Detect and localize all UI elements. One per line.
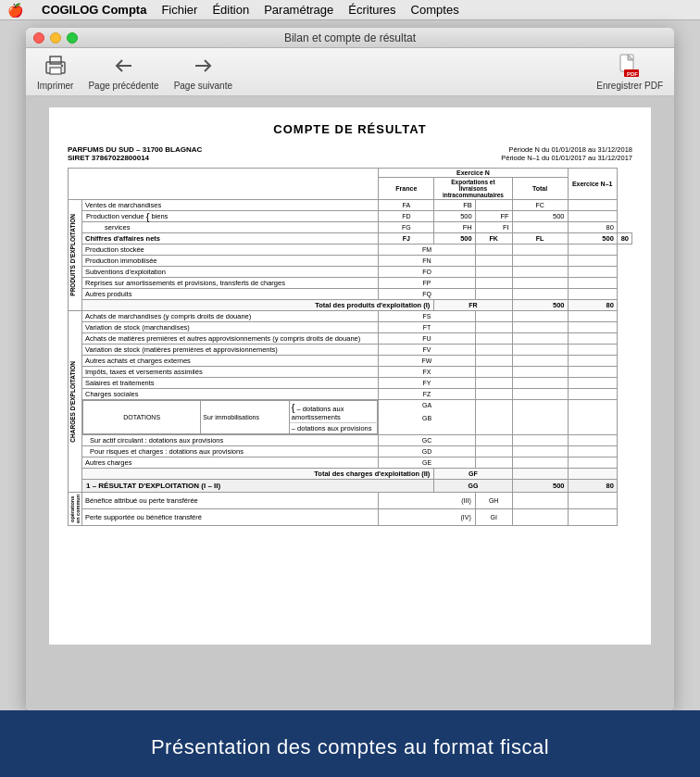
achats-mp-label: Achats de matières premières et autres a… — [82, 333, 379, 345]
document-title: COMPTE DE RÉSULTAT — [68, 122, 632, 136]
reprises-code-fp: FP — [379, 278, 475, 289]
print-button[interactable]: Imprimer — [37, 53, 73, 91]
dot-actif-v1 — [475, 435, 512, 446]
exercice-n1-header: Exercice N–1 — [568, 169, 617, 200]
autres-achats-code-fw: FW — [379, 356, 475, 367]
achats-mp-v2 — [512, 333, 568, 345]
content-area: COMPTE DE RÉSULTAT PARFUMS DU SUD – 3170… — [26, 96, 674, 710]
autres-achats-v1 — [475, 356, 512, 367]
toolbar: Imprimer Page précédente Page suivante — [26, 48, 674, 96]
dot-amort-label: { – dotations aux amortissements — [289, 401, 378, 423]
window-controls — [33, 32, 78, 44]
prod-stockee-label: Production stockée — [82, 244, 379, 256]
pdf-button[interactable]: PDF Enregistrer PDF — [596, 53, 663, 91]
var-stock-march-v1 — [475, 322, 512, 333]
subv-exploit-label: Subventions d'exploitation — [82, 267, 379, 278]
var-stock-march-n1 — [568, 322, 617, 333]
perte-support-label: Perte supportée ou bénéfice transféré — [82, 509, 379, 526]
menu-ecritures[interactable]: Écritures — [348, 3, 395, 17]
ventes-n1 — [568, 200, 617, 211]
var-stock-march-code-ft: FT — [379, 322, 475, 333]
total-charges-v — [512, 469, 568, 480]
charges-soc-n1 — [568, 389, 617, 400]
dot-actif-label: Sur actif circulant : dotations aux prov… — [82, 435, 379, 446]
achats-march-label: Achats de marchandises (y compris droits… — [82, 311, 379, 322]
apple-menu[interactable]: 🍎 — [7, 3, 23, 18]
charges-soc-v1 — [475, 389, 512, 400]
benefice-attrib-label: Bénéfice attribué ou perte transférée — [82, 493, 379, 509]
subv-v2 — [512, 267, 568, 278]
svg-point-3 — [61, 65, 63, 67]
ca-tot-500: 500 — [568, 233, 617, 244]
salaires-label: Salaires et traitements — [82, 378, 379, 389]
var-stock-march-v2 — [512, 322, 568, 333]
menu-comptes[interactable]: Comptes — [411, 3, 459, 17]
close-button[interactable] — [33, 32, 44, 44]
autres-achats-label: Autres achats et charges externes — [82, 356, 379, 367]
company-name: PARFUMS DU SUD – 31700 BLAGNAC — [68, 145, 202, 154]
menu-parametrage[interactable]: Paramétrage — [264, 3, 333, 17]
autres-charges-v2 — [512, 457, 568, 469]
prev-page-button[interactable]: Page précédente — [88, 53, 158, 91]
achats-mp-n1 — [568, 333, 617, 345]
svg-rect-2 — [50, 68, 61, 74]
achats-march-v1 — [475, 311, 512, 322]
perte-support-gi: GI — [475, 509, 512, 526]
prod-stockee-v1 — [475, 244, 512, 256]
prod-immo-code-fn: FN — [379, 256, 475, 267]
prod-biens-n1 — [568, 211, 617, 222]
pdf-label: Enregistrer PDF — [596, 81, 663, 91]
perte-support-code: (IV) — [379, 509, 475, 526]
prod-stockee-v2 — [512, 244, 568, 256]
ventes-fc-val — [475, 200, 512, 211]
ca-fk: FK — [475, 233, 512, 244]
dot-risques-label: Pour risques et charges : dotations aux … — [82, 446, 379, 457]
autres-achats-n1 — [568, 356, 617, 367]
total-produits-500: 500 — [512, 300, 568, 311]
benefice-attrib-gh: GH — [475, 493, 512, 509]
dotations-n1 — [568, 400, 617, 435]
salaires-v2 — [512, 378, 568, 389]
autres-produits-code-fq: FQ — [379, 289, 475, 300]
ventes-label: Ventes de marchandises — [82, 200, 379, 211]
autres-achats-v2 — [512, 356, 568, 367]
titlebar: Bilan et compte de résultat — [26, 28, 674, 48]
total-produits-label: Total des produits d'exploitation (I) — [82, 300, 434, 311]
autres-charges-n1 — [568, 457, 617, 469]
app-name[interactable]: COGILOG Compta — [42, 3, 146, 17]
reprises-label: Reprises sur amortissements et provision… — [82, 278, 379, 289]
svg-text:PDF: PDF — [627, 71, 638, 77]
menu-fichier[interactable]: Fichier — [161, 3, 197, 17]
impots-code-fx: FX — [379, 367, 475, 378]
impots-n1 — [568, 367, 617, 378]
resultat-exploit-n1-80: 80 — [568, 480, 617, 493]
banner: Présentation des comptes au format fisca… — [0, 710, 700, 777]
period-n1: Période N–1 du 01/01/2017 au 31/12/2017 — [501, 154, 632, 162]
document-header: PARFUMS DU SUD – 31700 BLAGNAC SIRET 378… — [68, 145, 632, 162]
dotations-cell: DOTATIONS Sur immobilisations { – dotati… — [82, 400, 379, 435]
minimize-button[interactable] — [50, 32, 61, 44]
prod-biens-code-fd: FD — [379, 211, 434, 222]
charges-section-label: CHARGES D'EXPLOITATION — [69, 361, 76, 443]
total-produits-code-fr: FR — [434, 300, 512, 311]
export-header: Exportations etlivraisons intracommunaut… — [434, 178, 512, 200]
next-page-button[interactable]: Page suivante — [174, 53, 232, 91]
total-produits-n1-80: 80 — [568, 300, 617, 311]
maximize-button[interactable] — [67, 32, 78, 44]
perte-support-n1 — [568, 509, 617, 526]
total-header: Total — [512, 178, 568, 200]
charges-soc-code-fz: FZ — [379, 389, 475, 400]
dot-risques-v2 — [512, 446, 568, 457]
prod-services-fh: FH — [434, 222, 475, 233]
dot-actif-code-gc: GC — [379, 435, 475, 446]
prod-services-n1-80: 80 — [568, 222, 617, 233]
achats-march-code-fs: FS — [379, 311, 475, 322]
ca-n1-80: 80 — [617, 233, 631, 244]
ca-fl: FL — [512, 233, 568, 244]
var-stock-mp-n1 — [568, 345, 617, 356]
svg-rect-1 — [50, 56, 61, 64]
dot-risques-n1 — [568, 446, 617, 457]
impots-v1 — [475, 367, 512, 378]
menu-edition[interactable]: Édition — [212, 3, 249, 17]
autres-prod-n1 — [568, 289, 617, 300]
